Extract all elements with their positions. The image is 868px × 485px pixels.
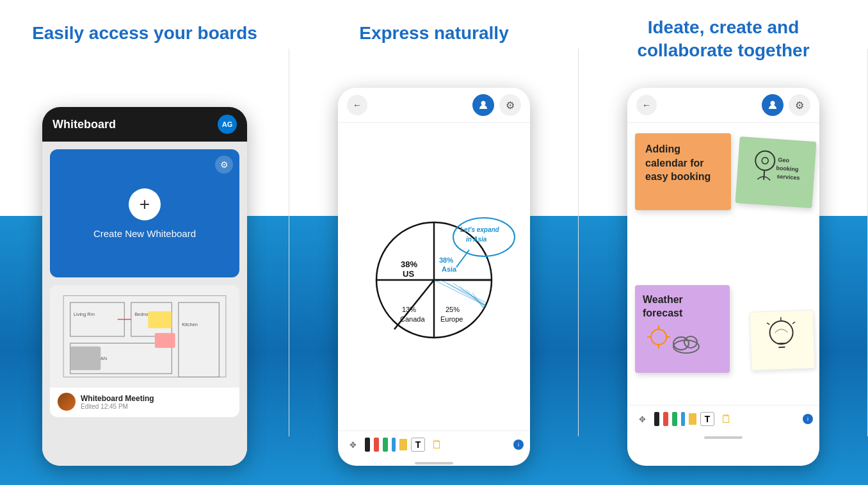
sticky-note-purple[interactable]: Weather forecast: [635, 285, 730, 373]
svg-text:38%: 38%: [439, 256, 453, 264]
sticky-notes-area: Adding calendar for easy booking Geo boo…: [627, 123, 819, 405]
svg-text:Let's expand: Let's expand: [460, 226, 500, 233]
topbar-right: ⚙: [472, 94, 521, 116]
text-tool-3[interactable]: T: [700, 412, 714, 426]
topbar-right-3: ⚙: [762, 94, 810, 116]
person-icon-3: [768, 100, 778, 110]
drawing-toolbar-3: ✥ T 🗒 i: [627, 405, 819, 432]
svg-line-24: [466, 290, 514, 338]
svg-point-45: [651, 329, 666, 345]
panel2-title: Express naturally: [334, 0, 534, 64]
home-bar-3: [627, 432, 819, 444]
green-marker[interactable]: [383, 438, 388, 452]
svg-text:Living Rm: Living Rm: [74, 311, 95, 317]
back-button-3[interactable]: ←: [636, 95, 657, 115]
svg-rect-1: [70, 302, 125, 336]
board-thumbnail: Living Rm Bedroom Kitchen FLOOR PLAN: [50, 285, 239, 388]
panel-access-boards: Easily access your boards Whiteboard AG …: [0, 0, 289, 485]
highlighter[interactable]: [399, 439, 407, 450]
board-sketch: Living Rm Bedroom Kitchen FLOOR PLAN: [50, 285, 239, 388]
settings-button-3[interactable]: ⚙: [789, 94, 810, 116]
sticky-text-purple: Weather forecast: [643, 293, 722, 320]
phone1-body: ⚙ + Create New Whiteboard: [42, 142, 247, 466]
phone2-container: ← ⚙: [338, 64, 530, 485]
panel1-title: Easily access your boards: [6, 0, 283, 64]
black-marker[interactable]: [365, 438, 370, 452]
phone2-topbar: ← ⚙: [338, 88, 530, 123]
svg-text:Asia: Asia: [442, 265, 457, 273]
svg-point-40: [762, 157, 769, 164]
create-board-label: Create New Whiteboard: [93, 228, 196, 239]
svg-text:US: US: [403, 269, 414, 279]
svg-line-41: [764, 170, 764, 180]
move-tool-3[interactable]: ✥: [634, 411, 650, 427]
svg-text:services: services: [776, 173, 800, 181]
geobooking-doodle: Geo booking services: [743, 144, 810, 199]
phone3-container: ← ⚙ Adding calendar for easy booking: [627, 76, 819, 485]
back-button[interactable]: ←: [347, 95, 367, 115]
green-marker-3[interactable]: [672, 412, 677, 426]
svg-line-23: [460, 286, 524, 338]
svg-text:Geo: Geo: [778, 156, 790, 163]
svg-rect-9: [148, 311, 172, 328]
svg-rect-10: [155, 333, 175, 348]
svg-text:in Asia: in Asia: [466, 236, 487, 243]
person-button[interactable]: [472, 94, 494, 116]
svg-point-53: [769, 320, 793, 344]
sticky-note-yellow[interactable]: [749, 309, 815, 370]
red-marker[interactable]: [374, 438, 379, 452]
phone1: Whiteboard AG ⚙ + Create New Whiteboard: [42, 107, 247, 466]
sticky-text-orange: Adding calendar for easy booking: [645, 142, 721, 184]
move-tool[interactable]: ✥: [344, 436, 361, 453]
sticky-note-green[interactable]: Geo booking services: [735, 136, 817, 208]
svg-text:booking: booking: [776, 165, 799, 172]
svg-text:25%: 25%: [446, 306, 460, 313]
drawing-toolbar: ✥ T 🗒 i: [338, 431, 530, 458]
svg-line-57: [767, 323, 769, 325]
svg-point-39: [755, 151, 775, 171]
svg-rect-11: [70, 347, 101, 370]
sticky-tool-3[interactable]: 🗒: [718, 411, 735, 427]
highlighter-3[interactable]: [689, 413, 696, 425]
person-button-3[interactable]: [762, 94, 784, 116]
phone1-container: Whiteboard AG ⚙ + Create New Whiteboard: [42, 64, 247, 485]
pie-chart-svg: 38% US 38% Asia 13% Canada 25% Europe Le…: [344, 181, 524, 373]
blue-pen[interactable]: [392, 438, 396, 452]
svg-text:Kitchen: Kitchen: [182, 322, 198, 327]
red-marker-3[interactable]: [663, 412, 668, 426]
weather-doodle: [643, 324, 707, 363]
phone2: ← ⚙: [338, 88, 530, 466]
drawing-canvas: 38% US 38% Asia 13% Canada 25% Europe Le…: [338, 123, 530, 431]
person-icon: [478, 100, 488, 110]
svg-point-38: [771, 101, 775, 106]
panel3-title: Ideate, create and collaborate together: [579, 0, 868, 76]
board-list-item[interactable]: Living Rm Bedroom Kitchen FLOOR PLAN: [50, 285, 239, 417]
panel-express: Express naturally ← ⚙: [289, 0, 579, 485]
create-board-card[interactable]: ⚙ + Create New Whiteboard: [50, 149, 239, 277]
black-marker-3[interactable]: [654, 412, 659, 426]
blue-pen-3[interactable]: [681, 412, 685, 426]
svg-line-58: [792, 322, 795, 324]
add-board-button[interactable]: +: [129, 188, 161, 220]
board-time: Edited 12:45 PM: [81, 403, 232, 410]
home-indicator: [415, 462, 453, 464]
svg-text:13%: 13%: [402, 306, 416, 313]
sticky-tool[interactable]: 🗒: [429, 436, 446, 453]
settings-button-2[interactable]: ⚙: [499, 94, 521, 116]
tool-indicator: i: [513, 440, 524, 450]
text-tool[interactable]: T: [411, 438, 425, 452]
user-avatar[interactable]: AG: [218, 115, 237, 134]
phone3-topbar: ← ⚙: [627, 88, 819, 123]
tool-indicator-3: i: [803, 414, 813, 424]
svg-text:Europe: Europe: [440, 315, 463, 323]
svg-point-13: [481, 101, 486, 106]
settings-button[interactable]: ⚙: [215, 156, 233, 174]
board-meta: Whiteboard Meeting Edited 12:45 PM: [81, 394, 232, 410]
app-title: Whiteboard: [52, 118, 116, 131]
panel-collaborate: Ideate, create and collaborate together …: [579, 0, 868, 485]
svg-rect-3: [179, 302, 219, 377]
home-bar-2: [338, 458, 530, 466]
sticky-note-orange[interactable]: Adding calendar for easy booking: [635, 133, 731, 210]
svg-text:38%: 38%: [401, 259, 417, 269]
home-indicator-3: [704, 436, 743, 439]
